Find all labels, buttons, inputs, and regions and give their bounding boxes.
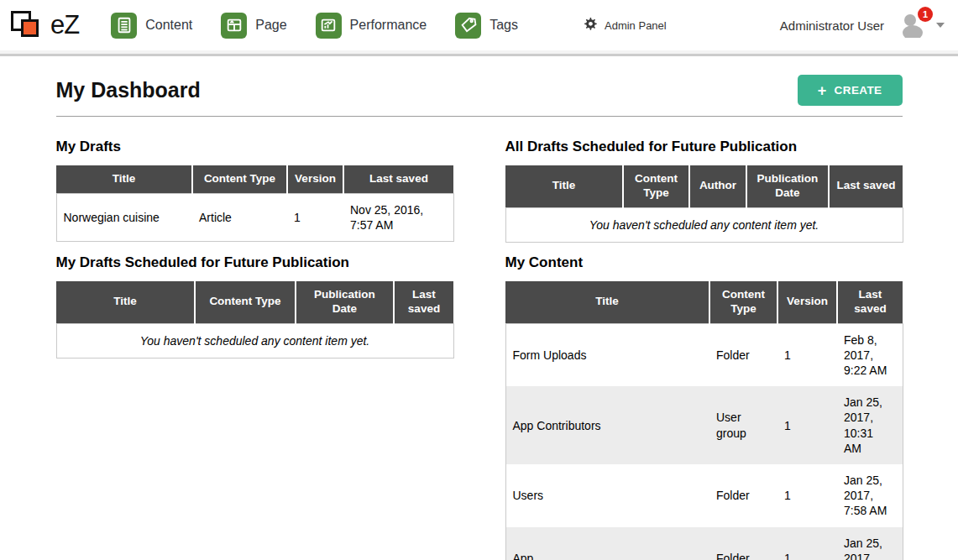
admin-panel-label: Admin Panel <box>605 19 667 32</box>
my-drafts-scheduled-title: My Drafts Scheduled for Future Publicati… <box>56 254 453 271</box>
chevron-down-icon <box>936 23 945 28</box>
cell-version: 1 <box>287 193 343 241</box>
cell-last-saved: Jan 25, 2017, 10:31 AM <box>837 386 903 464</box>
cell-version: 1 <box>777 323 837 386</box>
cell-content-type: Folder <box>709 464 777 527</box>
page-header: My Dashboard + CREATE <box>56 56 903 117</box>
cell-last-saved: Jan 25, 2017, 7:58 AM <box>837 464 903 527</box>
my-drafts-section: My Drafts Title Content Type Version Las… <box>56 127 453 242</box>
table-row[interactable]: Users Folder 1 Jan 25, 2017, 7:58 AM <box>505 464 903 527</box>
table-header-row: Title Content Type Version Last saved <box>56 165 453 193</box>
cell-version: 1 <box>777 386 837 464</box>
nav-label-content: Content <box>145 18 192 33</box>
my-content-section: My Content Title Content Type Version La… <box>505 243 903 560</box>
table-header-row: Title Content Type Version Last saved <box>505 281 903 323</box>
nav-item-content[interactable]: Content <box>111 13 192 39</box>
cell-content-type: User group <box>709 386 777 464</box>
performance-chart-icon <box>316 13 342 39</box>
column-header-last-saved: Last saved <box>837 281 903 323</box>
my-drafts-table: Title Content Type Version Last saved No… <box>56 165 454 242</box>
avatar[interactable]: 1 <box>898 13 926 38</box>
dashboard-page: My Dashboard + CREATE My Drafts Title Co… <box>56 56 903 560</box>
column-header-publication-date: Publication Date <box>296 281 394 323</box>
cell-title: Form Uploads <box>505 323 709 386</box>
nav-item-page[interactable]: Page <box>221 13 286 39</box>
empty-state-message: You haven't scheduled any content item y… <box>505 207 903 242</box>
column-header-content-type: Content Type <box>195 281 296 323</box>
cell-last-saved: Jan 25, 2017, 7:55 AM <box>837 527 903 560</box>
column-header-last-saved: Last saved <box>394 281 453 323</box>
nav-item-tags[interactable]: Tags <box>455 13 518 39</box>
notification-badge[interactable]: 1 <box>918 7 933 22</box>
all-drafts-scheduled-section: All Drafts Scheduled for Future Publicat… <box>505 127 903 243</box>
page-icon <box>221 13 247 39</box>
column-header-last-saved: Last saved <box>829 165 903 207</box>
nav-label-tags: Tags <box>489 18 518 33</box>
cell-content-type: Article <box>192 193 287 241</box>
my-content-table: Title Content Type Version Last saved Fo… <box>505 281 903 560</box>
nav-label-page: Page <box>255 18 286 33</box>
user-name: Administrator User <box>780 18 884 33</box>
user-menu[interactable]: Administrator User 1 <box>780 13 945 38</box>
cell-last-saved: Nov 25, 2016, 7:57 AM <box>343 193 453 241</box>
plus-icon: + <box>818 86 827 95</box>
cell-version: 1 <box>777 464 837 527</box>
my-drafts-title: My Drafts <box>56 139 453 155</box>
table-row[interactable]: Form Uploads Folder 1 Feb 8, 2017, 9:22 … <box>505 323 903 386</box>
column-header-content-type: Content Type <box>709 281 777 323</box>
table-header-row: Title Content Type Publication Date Last… <box>56 281 453 323</box>
column-header-content-type: Content Type <box>623 165 689 207</box>
table-row[interactable]: App Folder 1 Jan 25, 2017, 7:55 AM <box>505 527 903 560</box>
column-header-version: Version <box>777 281 837 323</box>
top-navigation-bar: eZ Content Page <box>0 0 958 50</box>
admin-panel-button[interactable]: Admin Panel <box>584 17 667 34</box>
header-divider <box>0 50 958 56</box>
column-header-author: Author <box>689 165 746 207</box>
cell-content-type: Folder <box>709 323 777 386</box>
empty-state-message: You haven't scheduled any content item y… <box>56 323 453 358</box>
table-row[interactable]: Norwegian cuisine Article 1 Nov 25, 2016… <box>56 193 453 241</box>
column-header-version: Version <box>287 165 343 193</box>
my-content-title: My Content <box>505 254 903 271</box>
table-header-row: Title Content Type Author Publication Da… <box>505 165 903 207</box>
column-header-last-saved: Last saved <box>343 165 453 193</box>
column-header-publication-date: Publication Date <box>746 165 829 207</box>
cell-version: 1 <box>777 527 837 560</box>
tags-icon <box>455 13 481 39</box>
dashboard-grid: My Drafts Title Content Type Version Las… <box>56 127 903 560</box>
cell-title: Users <box>505 464 709 527</box>
column-header-content-type: Content Type <box>192 165 287 193</box>
nav-label-performance: Performance <box>350 18 427 33</box>
gear-icon <box>584 17 598 34</box>
ez-logo-icon <box>10 7 47 44</box>
main-nav: Content Page Performance <box>111 13 518 39</box>
cell-title: App Contributors <box>505 386 709 464</box>
cell-last-saved: Feb 8, 2017, 9:22 AM <box>837 323 903 386</box>
column-header-title: Title <box>56 281 195 323</box>
ez-logo-text: eZ <box>50 10 79 40</box>
ez-logo[interactable]: eZ <box>10 7 79 44</box>
create-button-label: CREATE <box>835 84 882 97</box>
my-drafts-scheduled-table: Title Content Type Publication Date Last… <box>56 281 454 359</box>
empty-state-row: You haven't scheduled any content item y… <box>505 207 903 242</box>
content-icon <box>111 13 137 39</box>
cell-title: App <box>505 527 709 560</box>
column-header-title: Title <box>56 165 192 193</box>
column-header-title: Title <box>505 165 623 207</box>
all-drafts-scheduled-title: All Drafts Scheduled for Future Publicat… <box>505 139 903 155</box>
column-header-title: Title <box>505 281 709 323</box>
table-row[interactable]: App Contributors User group 1 Jan 25, 20… <box>505 386 903 464</box>
nav-item-performance[interactable]: Performance <box>316 13 427 39</box>
cell-content-type: Folder <box>709 527 777 560</box>
empty-state-row: You haven't scheduled any content item y… <box>56 323 453 358</box>
my-drafts-scheduled-section: My Drafts Scheduled for Future Publicati… <box>56 243 453 359</box>
all-drafts-scheduled-table: Title Content Type Author Publication Da… <box>505 165 903 243</box>
create-button[interactable]: + CREATE <box>798 75 903 106</box>
page-title: My Dashboard <box>56 78 201 102</box>
cell-title: Norwegian cuisine <box>56 193 192 241</box>
